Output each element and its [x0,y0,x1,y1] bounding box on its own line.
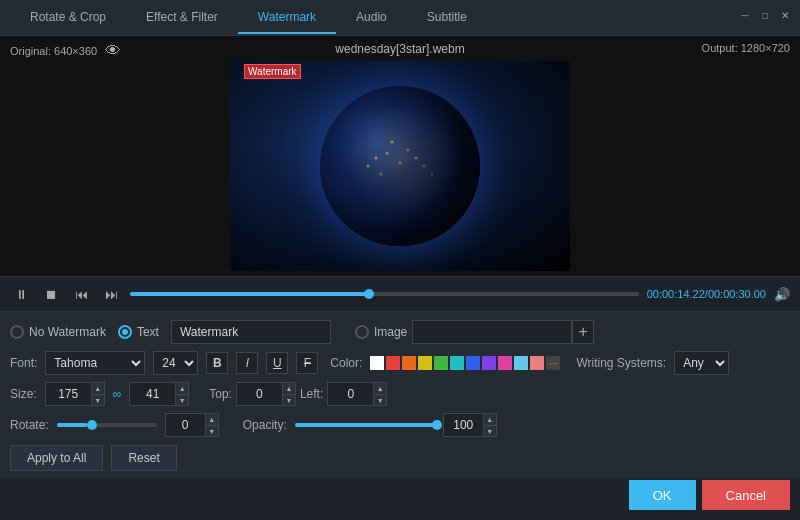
progress-bar[interactable] [130,292,639,296]
color-swatch-yellow[interactable] [418,356,432,370]
rotate-up-button[interactable]: ▲ [205,413,219,425]
next-frame-button[interactable]: ⏭ [100,283,122,305]
add-image-button[interactable]: + [572,320,594,344]
width-input[interactable] [45,382,91,406]
rotate-spinner[interactable]: ▲ ▼ [205,413,219,437]
watermark-text-input[interactable] [171,320,331,344]
color-swatch-red[interactable] [386,356,400,370]
stop-button[interactable]: ⏹ [40,283,62,305]
height-spinbox[interactable]: ▲ ▼ [129,382,189,406]
opacity-up-button[interactable]: ▲ [483,413,497,425]
height-input[interactable] [129,382,175,406]
ok-button[interactable]: OK [629,480,696,510]
image-watermark-radio[interactable] [355,325,369,339]
rotate-input[interactable] [165,413,205,437]
opacity-input[interactable] [443,413,483,437]
text-watermark-option[interactable]: Text [118,325,159,339]
color-swatch-green[interactable] [434,356,448,370]
image-path-input[interactable] [412,320,572,344]
italic-button[interactable]: I [236,352,258,374]
image-watermark-label: Image [374,325,407,339]
top-down-button[interactable]: ▼ [282,394,296,406]
left-spinner[interactable]: ▲ ▼ [373,382,387,406]
watermark-type-row: No Watermark Text Image + [10,320,790,344]
maximize-button[interactable]: □ [758,8,772,22]
text-watermark-radio[interactable] [118,325,132,339]
color-swatch-rose[interactable] [530,356,544,370]
top-spinbox[interactable]: ▲ ▼ [236,382,296,406]
height-spinner[interactable]: ▲ ▼ [175,382,189,406]
rotate-slider[interactable] [57,423,157,427]
cancel-button[interactable]: Cancel [702,480,790,510]
left-down-button[interactable]: ▼ [373,394,387,406]
height-up-button[interactable]: ▲ [175,382,189,394]
tab-effect-filter[interactable]: Effect & Filter [126,2,238,34]
left-spinbox[interactable]: ▲ ▼ [327,382,387,406]
top-label: Top: [209,387,232,401]
opacity-label: Opacity: [243,418,287,432]
color-swatch-ltblue[interactable] [514,356,528,370]
top-up-button[interactable]: ▲ [282,382,296,394]
no-watermark-option[interactable]: No Watermark [10,325,106,339]
image-watermark-option[interactable]: Image [355,325,407,339]
color-swatch-pink[interactable] [498,356,512,370]
volume-icon[interactable]: 🔊 [774,287,790,302]
opacity-spinbox[interactable]: ▲ ▼ [443,413,497,437]
reset-button[interactable]: Reset [111,445,176,471]
width-spinner[interactable]: ▲ ▼ [91,382,105,406]
opacity-slider[interactable] [295,423,435,427]
color-swatch-purple[interactable] [482,356,496,370]
width-up-button[interactable]: ▲ [91,382,105,394]
height-down-button[interactable]: ▼ [175,394,189,406]
writing-systems-select[interactable]: Any Latin CJK [674,351,729,375]
original-resolution: Original: 640×360 [10,45,97,57]
output-resolution: Output: 1280×720 [702,42,790,54]
color-swatch-more[interactable]: ··· [546,356,560,370]
color-swatch-white[interactable] [370,356,384,370]
total-time: 00:00:30.00 [708,288,766,300]
close-button[interactable]: ✕ [778,8,792,22]
image-input-group: + [412,320,594,344]
current-time: 00:00:14.22 [647,288,705,300]
left-up-button[interactable]: ▲ [373,382,387,394]
tab-watermark[interactable]: Watermark [238,2,336,34]
left-input[interactable] [327,382,373,406]
writing-systems-label: Writing Systems: [576,356,666,370]
color-swatch-cyan[interactable] [450,356,464,370]
tab-subtitle[interactable]: Subtitle [407,2,487,34]
color-swatch-orange[interactable] [402,356,416,370]
eye-icon[interactable]: 👁 [105,42,121,60]
font-size-select[interactable]: 24 12 18 36 [153,351,198,375]
bold-button[interactable]: B [206,352,228,374]
font-family-select[interactable]: Tahoma Arial Times New Roman [45,351,145,375]
video-preview: Original: 640×360 👁 wednesday[3star].web… [0,36,800,276]
width-down-button[interactable]: ▼ [91,394,105,406]
progress-thumb [364,289,374,299]
color-swatch-blue[interactable] [466,356,480,370]
dialog-buttons: OK Cancel [629,480,790,510]
width-spinbox[interactable]: ▲ ▼ [45,382,105,406]
minimize-button[interactable]: ─ [738,8,752,22]
pause-button[interactable]: ⏸ [10,283,32,305]
prev-frame-button[interactable]: ⏮ [70,283,92,305]
window-controls: ─ □ ✕ [738,8,792,22]
watermark-preview[interactable]: Watermark [244,64,301,79]
opacity-spinner[interactable]: ▲ ▼ [483,413,497,437]
globe-visual [320,86,480,246]
strikethrough-button[interactable]: F [296,352,318,374]
apply-to-all-button[interactable]: Apply to All [10,445,103,471]
tab-rotate-crop[interactable]: Rotate & Crop [10,2,126,34]
opacity-down-button[interactable]: ▼ [483,425,497,437]
rotate-spinbox[interactable]: ▲ ▼ [165,413,219,437]
color-swatches: ··· [370,356,560,370]
video-filename: wednesday[3star].webm [335,42,464,56]
top-input[interactable] [236,382,282,406]
no-watermark-radio[interactable] [10,325,24,339]
time-display: 00:00:14.22/00:00:30.00 [647,288,766,300]
link-dimensions-icon[interactable]: ∞ [113,387,122,401]
top-spinner[interactable]: ▲ ▼ [282,382,296,406]
tab-audio[interactable]: Audio [336,2,407,34]
underline-button[interactable]: U [266,352,288,374]
font-settings-row: Font: Tahoma Arial Times New Roman 24 12… [10,351,790,375]
rotate-down-button[interactable]: ▼ [205,425,219,437]
